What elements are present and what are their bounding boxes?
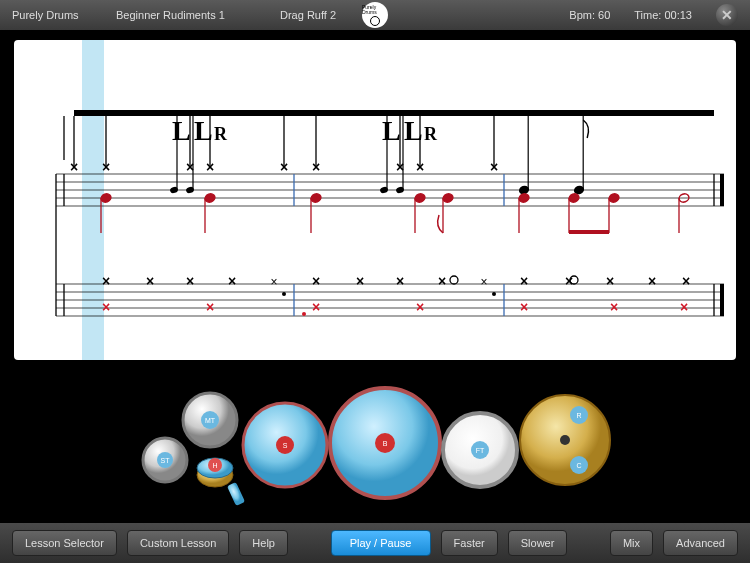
svg-text:×: ×	[312, 273, 320, 289]
drum-cymbal[interactable]: R C	[520, 395, 610, 485]
logo-drum-icon	[370, 16, 380, 26]
svg-text:×: ×	[70, 159, 78, 175]
drum-snare[interactable]: S	[243, 403, 327, 487]
svg-text:MT: MT	[205, 417, 216, 424]
svg-text:×: ×	[680, 299, 688, 315]
faster-button[interactable]: Faster	[441, 530, 498, 556]
svg-text:S: S	[283, 442, 288, 449]
svg-text:×: ×	[520, 299, 528, 315]
svg-point-69	[518, 193, 530, 204]
svg-rect-73	[569, 230, 609, 234]
bottom-bar: Lesson Selector Custom Lesson Help Play …	[0, 523, 750, 563]
svg-text:×: ×	[270, 275, 277, 289]
svg-text:×: ×	[396, 273, 404, 289]
svg-text:×: ×	[356, 273, 364, 289]
svg-rect-20	[720, 284, 724, 316]
svg-text:ST: ST	[161, 457, 171, 464]
svg-point-67	[442, 193, 454, 204]
svg-text:R: R	[576, 412, 581, 419]
svg-text:×: ×	[102, 299, 110, 315]
svg-text:×: ×	[480, 275, 487, 289]
app-name: Purely Drums	[12, 9, 92, 21]
svg-text:×: ×	[186, 273, 194, 289]
svg-text:×: ×	[206, 299, 214, 315]
app-logo: Purely Drums	[362, 2, 388, 28]
svg-text:L: L	[382, 115, 401, 146]
svg-text:×: ×	[416, 159, 424, 175]
play-pause-button[interactable]: Play / Pause	[331, 530, 431, 556]
svg-point-61	[204, 193, 216, 204]
svg-text:×: ×	[648, 273, 656, 289]
score-area: LLRLLR×××××××××××××××××××××××××××××××	[14, 40, 736, 360]
svg-text:×: ×	[102, 159, 110, 175]
svg-text:×: ×	[606, 273, 614, 289]
lesson-selector-button[interactable]: Lesson Selector	[12, 530, 117, 556]
svg-text:×: ×	[102, 273, 110, 289]
svg-text:×: ×	[206, 159, 214, 175]
drum-hihat[interactable]: H	[197, 458, 245, 506]
bpm-display: Bpm: 60	[569, 9, 610, 21]
svg-text:×: ×	[228, 273, 236, 289]
svg-text:×: ×	[312, 299, 320, 315]
drum-kit: ST MT H S B	[0, 365, 750, 515]
svg-rect-116	[227, 482, 245, 506]
svg-point-63	[310, 193, 322, 204]
svg-text:×: ×	[438, 273, 446, 289]
svg-text:×: ×	[416, 299, 424, 315]
logo-text: Purely Drums	[362, 5, 388, 15]
svg-rect-19	[720, 174, 724, 206]
svg-point-65	[414, 193, 426, 204]
svg-text:B: B	[383, 440, 388, 447]
svg-text:×: ×	[520, 273, 528, 289]
svg-text:×: ×	[312, 159, 320, 175]
slower-button[interactable]: Slower	[508, 530, 568, 556]
svg-text:H: H	[212, 462, 217, 469]
top-bar: Purely Drums Beginner Rudiments 1 Drag R…	[0, 0, 750, 30]
custom-lesson-button[interactable]: Custom Lesson	[127, 530, 229, 556]
svg-point-127	[560, 435, 570, 445]
svg-text:×: ×	[610, 299, 618, 315]
svg-point-74	[608, 193, 620, 204]
svg-point-91	[282, 292, 286, 296]
svg-text:×: ×	[490, 159, 498, 175]
lesson-name: Beginner Rudiments 1	[116, 9, 256, 21]
drum-small-tom[interactable]: ST	[143, 438, 187, 482]
help-button[interactable]: Help	[239, 530, 288, 556]
svg-text:L: L	[172, 115, 191, 146]
svg-point-93	[450, 276, 458, 284]
svg-text:×: ×	[565, 273, 573, 289]
drumkit-svg: ST MT H S B	[135, 365, 615, 515]
svg-text:×: ×	[682, 273, 690, 289]
svg-text:FT: FT	[476, 447, 485, 454]
svg-text:×: ×	[146, 273, 154, 289]
close-button[interactable]: ✕	[716, 4, 738, 26]
drum-floor-tom[interactable]: FT	[443, 413, 517, 487]
mix-button[interactable]: Mix	[610, 530, 653, 556]
drum-bass[interactable]: B	[330, 388, 440, 498]
svg-text:×: ×	[280, 159, 288, 175]
drum-mid-tom[interactable]: MT	[183, 393, 237, 447]
time-display: Time: 00:13	[634, 9, 692, 21]
score-svg: LLRLLR×××××××××××××××××××××××××××××××	[14, 40, 736, 360]
svg-point-94	[492, 292, 496, 296]
advanced-button[interactable]: Advanced	[663, 530, 738, 556]
svg-text:R: R	[424, 124, 438, 144]
close-icon: ✕	[721, 7, 733, 23]
svg-point-104	[302, 312, 306, 316]
svg-text:R: R	[214, 124, 228, 144]
svg-text:C: C	[576, 462, 581, 469]
